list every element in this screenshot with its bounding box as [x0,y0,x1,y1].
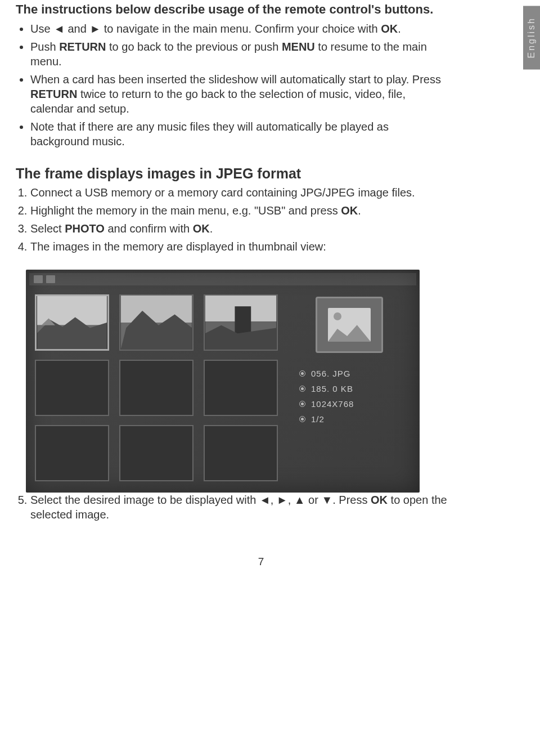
up-arrow-icon: ▲ [294,494,305,506]
ok-label: OK [371,494,388,506]
meta-value: 056. JPG [311,369,351,378]
text: , [288,494,294,506]
text: Select the desired image to be displayed… [30,494,259,506]
topbar-icon [34,275,43,283]
bullet-icon [299,416,305,422]
thumbnail-empty [35,360,109,416]
step-5: Select the desired image to be displayed… [30,493,449,522]
text: twice to return to the go back to the se… [30,88,406,115]
image-placeholder-icon [328,308,371,342]
page-number: 7 [16,556,506,568]
text: and confirm with [105,222,193,235]
text: . [398,23,401,35]
right-arrow-icon: ► [89,23,101,35]
step-3: Select PHOTO and confirm with OK. [30,221,449,236]
language-tab: English [523,6,540,69]
text: and [65,23,89,35]
thumbnail-empty [35,425,109,481]
return-label: RETURN [30,88,77,100]
thumbnail [204,294,278,351]
photo-label: PHOTO [65,222,105,235]
bullet-icon [299,370,305,377]
meta-value: 185. 0 KB [311,384,353,393]
text: . Press [332,494,371,506]
thumbnail-empty [204,360,278,416]
steps-list-continued: Select the desired image to be displayed… [16,493,449,522]
meta-filesize: 185. 0 KB [299,384,411,393]
meta-value: 1024X768 [311,399,354,409]
screenshot-topbar [29,273,416,285]
meta-resolution: 1024X768 [299,399,411,409]
preview-box [316,297,383,353]
intro-bullet-list: Use ◄ and ► to navigate in the main menu… [16,21,443,149]
section-heading: The frame displays images in JPEG format [16,165,506,182]
thumbnail-empty [119,360,194,416]
thumbnail [119,294,194,351]
text: to go back to the previous or push [106,41,282,53]
ok-label: OK [193,222,210,235]
ok-label: OK [341,204,358,217]
text: , [271,494,277,506]
left-arrow-icon: ◄ [53,23,65,35]
text: Select [30,222,65,235]
text: . [210,222,213,235]
right-arrow-icon: ► [277,494,288,506]
step-2: Highlight the memory in the main menu, e… [30,203,449,218]
step-4: The images in the memory are displayed i… [30,239,449,254]
landscape-image-icon [205,296,277,350]
step-1: Connect a USB memory or a memory card co… [30,185,449,200]
text: to navigate in the main menu. Confirm yo… [101,23,381,35]
topbar-icon [46,275,55,283]
bullet-icon [299,386,305,392]
down-arrow-icon: ▼ [321,494,332,506]
meta-filename: 056. JPG [299,369,411,378]
text: or [305,494,322,506]
bullet-icon [299,401,305,407]
left-arrow-icon: ◄ [259,494,271,506]
steps-list: Connect a USB memory or a memory card co… [16,185,449,254]
thumbnail-empty [204,425,278,481]
intro-heading: The instructions below describe usage of… [16,2,506,17]
text: Use [30,23,53,35]
bullet-return-menu: Push RETURN to go back to the previous o… [30,39,443,69]
thumbnail-grid [35,294,278,481]
thumbnail-selected [35,294,109,351]
meta-page: 1/2 [299,414,411,424]
text: . [358,204,361,217]
svg-rect-4 [121,296,192,323]
menu-label: MENU [282,41,315,53]
bullet-navigate: Use ◄ and ► to navigate in the main menu… [30,21,443,36]
bullet-slideshow: When a card has been inserted the slides… [30,72,443,116]
text: Push [30,41,59,53]
info-panel: 056. JPG 185. 0 KB 1024X768 1/2 [288,294,411,481]
meta-value: 1/2 [311,414,325,424]
text: Highlight the memory in the main menu, e… [30,204,341,217]
return-label: RETURN [59,41,106,53]
thumbnail-screenshot: 056. JPG 185. 0 KB 1024X768 1/2 [26,270,420,493]
ok-label: OK [381,23,398,35]
landscape-image-icon [37,296,107,349]
bullet-music: Note that if there are any music files t… [30,119,443,149]
landscape-image-icon [120,296,192,350]
text: When a card has been inserted the slides… [30,73,441,86]
thumbnail-empty [119,425,194,481]
